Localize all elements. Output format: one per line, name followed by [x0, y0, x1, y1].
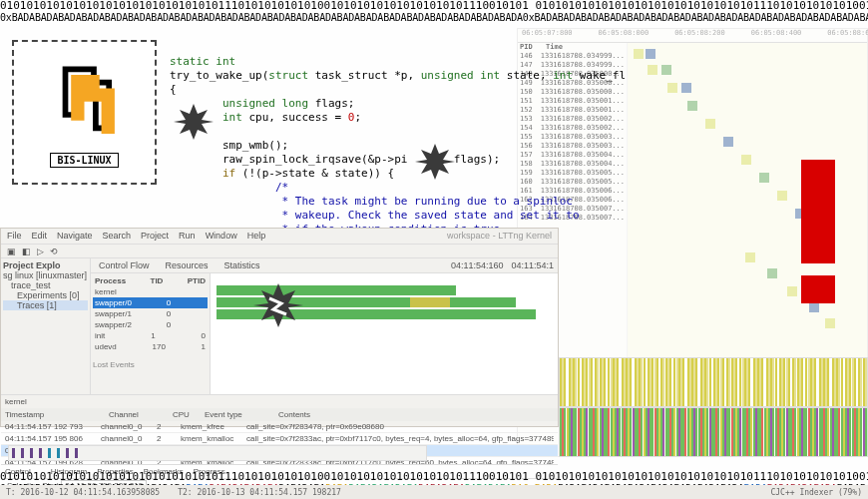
alert-exclaim-icon: [793, 160, 843, 309]
ide-menubar[interactable]: File Edit Navigate Search Project Run Wi…: [1, 229, 558, 245]
time-tick: 06:05:08:400: [751, 29, 802, 42]
menu-file[interactable]: File: [7, 231, 22, 242]
explorer-item[interactable]: sg linux [linuxmaster]: [3, 270, 88, 280]
toolbar-icon[interactable]: ▷: [37, 247, 44, 256]
gantt-time-ruler: 06:05:07:800 06:05:08:000 06:05:08:200 0…: [518, 29, 867, 43]
explorer-item[interactable]: trace_test: [3, 280, 88, 290]
burst-icon: [172, 104, 216, 140]
explorer-item[interactable]: Experiments [0]: [3, 290, 88, 300]
menu-search[interactable]: Search: [103, 231, 132, 242]
menu-project[interactable]: Project: [141, 231, 169, 242]
explorer-tab[interactable]: Project Explo: [3, 260, 88, 270]
tab-statistics[interactable]: Statistics: [220, 260, 264, 270]
binary-banner-bottom: 0101010101010101010101010101010101110101…: [0, 471, 868, 483]
lost-events-label: Lost Events: [93, 360, 208, 369]
time-tick: 06:05:08:200: [674, 29, 725, 42]
menu-window[interactable]: Window: [206, 231, 237, 242]
ide-status-bar: T: 2016-10-12 04:11:54.163958085 T2: 201…: [0, 485, 868, 499]
project-explorer[interactable]: Project Explo sg linux [linuxmaster] tra…: [1, 258, 91, 394]
ide-toolbar[interactable]: ▣ ◧ ▷ ⟲: [1, 245, 558, 258]
svg-marker-0: [174, 104, 214, 140]
resource-bands[interactable]: [559, 357, 868, 457]
tree-row[interactable]: swapper/10: [93, 308, 208, 319]
cpu-band-lower[interactable]: [559, 407, 868, 457]
tree-row[interactable]: kernel: [93, 286, 208, 297]
tree-row[interactable]: swapper/00: [93, 297, 208, 308]
menu-navigate[interactable]: Navigate: [57, 231, 93, 242]
toolbar-icon[interactable]: ▣: [7, 247, 16, 256]
tab-control-flow[interactable]: Control Flow: [95, 260, 154, 270]
time-right: 04:11:54:1: [511, 260, 554, 270]
time-tick: 06:05:08:600: [827, 29, 868, 42]
tree-row[interactable]: init10: [93, 330, 208, 341]
time-tick: 06:05:08:000: [599, 29, 650, 42]
events-table-header: Timestamp Channel CPU Event type Content…: [1, 408, 558, 421]
time-left: 04:11:54:160: [451, 260, 504, 270]
menu-run[interactable]: Run: [179, 231, 196, 242]
histogram-mini[interactable]: [8, 445, 427, 461]
burst-lightning-icon: [251, 283, 305, 327]
view-tabs[interactable]: Control Flow Resources Statistics 04:11:…: [91, 258, 558, 273]
event-row[interactable]: 04:11:54.157 192 793channel0_02kmem_kfre…: [1, 421, 558, 433]
menu-help[interactable]: Help: [247, 231, 266, 242]
tree-row[interactable]: udevd1701: [93, 341, 208, 352]
kernel-tab-label[interactable]: kernel: [5, 397, 27, 406]
window-title-suffix: workspace - LTTng Kernel: [447, 231, 552, 242]
menu-edit[interactable]: Edit: [32, 231, 48, 242]
time-tick: 06:05:07:800: [522, 29, 573, 42]
status-t1: T: 2016-10-12 04:11:54.163958085: [6, 488, 160, 497]
burst-icon: [413, 144, 457, 180]
explorer-item[interactable]: Traces [1]: [3, 300, 88, 310]
tab-resources[interactable]: Resources: [162, 260, 213, 270]
bis-linux-logo: BIS-LINUX: [12, 40, 157, 185]
svg-marker-1: [415, 144, 455, 180]
cpu-band-upper[interactable]: [559, 357, 868, 407]
tree-row[interactable]: swapper/20: [93, 319, 208, 330]
event-row[interactable]: 04:11:54.157 195 806channel0_02kmem_kmal…: [1, 433, 558, 445]
process-tree[interactable]: ProcessTIDPTID kernel swapper/00 swapper…: [91, 273, 211, 394]
status-t2: T2: 2016-10-13 04:11:54.157 198217: [178, 488, 341, 497]
binary-banner-top: 0101010101010101010101010101010101110101…: [0, 0, 868, 12]
logo-caption: BIS-LINUX: [50, 153, 118, 168]
toolbar-icon[interactable]: ⟲: [50, 247, 58, 256]
status-indexer: CJC++ Indexer (79%): [770, 488, 862, 497]
toolbar-icon[interactable]: ◧: [22, 247, 31, 256]
hex-banner-top: 0xBADABADABADABADABADABADABADABADABADABA…: [0, 12, 868, 24]
